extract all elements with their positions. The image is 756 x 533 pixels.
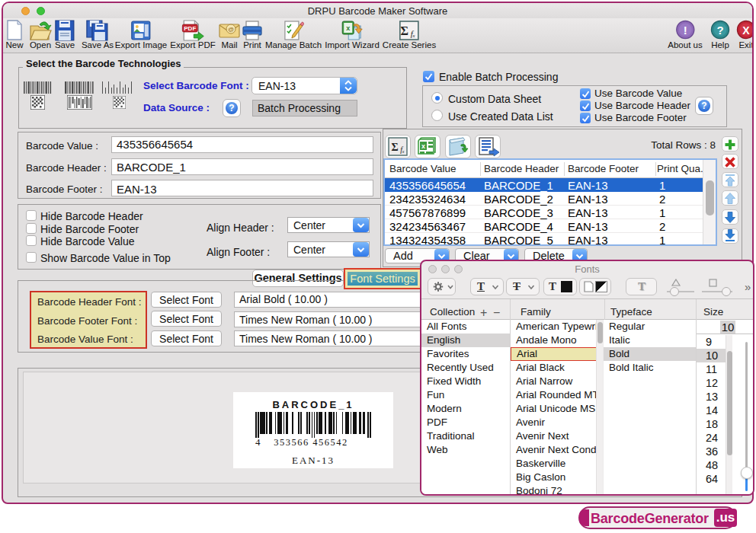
typeface-item-bold-italic[interactable]: Bold Italic (604, 361, 696, 375)
family-item-arial-narrow[interactable]: Arial Narrow (511, 375, 603, 388)
size-item-36[interactable]: 36 (697, 445, 726, 458)
manage-batch-button[interactable]: Manage Batch (265, 20, 322, 52)
batch-help-button[interactable]: ? (695, 97, 713, 115)
table-row[interactable]: 234235324634 BARCODE_2 EAN-13 2 (385, 192, 703, 206)
add-row-button[interactable] (722, 136, 738, 152)
save-as-button[interactable]: Save As (82, 20, 114, 52)
collection-item-favorites[interactable]: Favorites (421, 347, 510, 361)
family-item-avenir[interactable]: Avenir (511, 416, 603, 429)
family-item-bodoni-72[interactable]: Bodoni 72 (511, 484, 603, 496)
family-item-baskerville[interactable]: Baskerville (511, 457, 603, 471)
column-header[interactable]: Barcode Value (389, 163, 456, 174)
select-value-font-button[interactable]: Select Font (151, 330, 222, 346)
family-scrollbar-thumb[interactable] (597, 322, 603, 343)
table-scrollbar-thumb[interactable] (706, 180, 714, 215)
help-button[interactable]: ? Help (710, 20, 730, 52)
address-book-button[interactable] (445, 135, 471, 158)
size-item-14[interactable]: 14 (697, 404, 726, 417)
select-header-font-button[interactable]: Select Font (151, 292, 222, 308)
move-up-button[interactable] (722, 190, 738, 206)
size-item-11[interactable]: 11 (697, 362, 726, 376)
export-pdf-button[interactable]: PDF Export PDF (170, 20, 215, 52)
table-row[interactable]: 435356645654 BARCODE_1 EAN-13 1 (385, 178, 703, 192)
export-list-button[interactable] (475, 135, 501, 158)
barcode-footer-input[interactable]: EAN-13 (111, 180, 373, 196)
size-scrollbar[interactable] (726, 335, 732, 494)
barcode-type-linear-3-icon[interactable] (102, 81, 133, 97)
size-item-12[interactable]: 12 (697, 376, 726, 390)
family-item-arial-unicode-ms[interactable]: Arial Unicode MS (511, 402, 603, 416)
hide-barcode-value-checkbox[interactable] (26, 235, 37, 246)
move-top-button[interactable] (722, 172, 738, 187)
collection-item-recently-used[interactable]: Recently Used (421, 361, 510, 375)
barcode-type-qrcode-icon[interactable] (113, 96, 126, 112)
delete-row-button[interactable] (722, 154, 738, 169)
add-collection-button[interactable]: + (480, 306, 487, 320)
typeface-item-regular[interactable]: Regular (604, 320, 696, 334)
typeface-column-header[interactable]: Typeface (610, 306, 652, 318)
table-row[interactable]: 324234563467 BARCODE_4 EAN-13 2 (385, 219, 703, 233)
family-column-header[interactable]: Family (521, 306, 551, 318)
table-row[interactable]: 457567876899 BARCODE_3 EAN-13 1 (385, 206, 703, 219)
family-item-andale-mono[interactable]: Andale Mono (511, 334, 603, 347)
column-header[interactable]: Barcode Header (484, 163, 559, 174)
document-color-button[interactable] (579, 278, 611, 295)
remove-collection-button[interactable]: − (493, 306, 500, 320)
text-color-button[interactable]: T (543, 278, 577, 295)
create-series-grid-button[interactable]: Σfₓ (385, 135, 411, 158)
size-scrollbar-thumb[interactable] (727, 351, 732, 455)
mail-button[interactable]: @ Mail (219, 20, 240, 52)
import-excel-button[interactable]: x (415, 135, 440, 158)
collection-item-modern[interactable]: Modern (421, 402, 510, 416)
custom-data-sheet-radio[interactable] (431, 92, 443, 104)
barcode-type-linear-1-icon[interactable] (24, 81, 53, 97)
use-barcode-header-checkbox[interactable] (580, 101, 591, 111)
size-item-64[interactable]: 64 (697, 472, 726, 486)
align-footer-select[interactable]: Center (287, 241, 370, 257)
move-bottom-button[interactable] (722, 228, 738, 244)
collection-item-fun[interactable]: Fun (421, 388, 510, 402)
batch-data-table[interactable]: Barcode Value Barcode Header Barcode Foo… (383, 158, 717, 246)
collection-item-english[interactable]: English (421, 334, 510, 347)
use-created-data-list-radio[interactable] (431, 110, 443, 121)
about-us-button[interactable]: ! About us (668, 20, 702, 52)
barcode-type-pdf417-icon[interactable] (67, 95, 92, 113)
exit-button[interactable]: X Exit (736, 20, 754, 52)
use-barcode-footer-checkbox[interactable] (580, 113, 591, 123)
family-item-american-typewrite[interactable]: American Typewrite (511, 320, 603, 334)
text-shadow-button[interactable]: T (626, 278, 657, 295)
barcode-type-linear-2-icon[interactable] (65, 81, 94, 97)
barcode-value-input[interactable]: 435356645654 (111, 136, 373, 153)
table-row[interactable]: 134324354358 BARCODE_5 EAN-13 1 (385, 233, 703, 246)
new-button[interactable]: New (5, 20, 24, 52)
family-item-arial[interactable]: Arial (511, 347, 603, 361)
toolbar-overflow-button[interactable]: » (745, 280, 751, 293)
hide-barcode-footer-checkbox[interactable] (26, 223, 37, 234)
size-item-10[interactable]: 10 (697, 349, 726, 362)
underline-style-button[interactable]: T (470, 278, 504, 295)
select-footer-font-button[interactable]: Select Font (151, 311, 222, 327)
print-button[interactable]: Print (242, 20, 263, 52)
collection-item-web[interactable]: Web (421, 443, 510, 457)
import-wizard-button[interactable]: x Import Wizard (325, 20, 380, 52)
font-actions-gear-button[interactable] (428, 278, 456, 295)
shadow-opacity-slider[interactable] (665, 278, 696, 298)
show-barcode-value-top-checkbox[interactable] (26, 252, 37, 263)
collection-item-all-fonts[interactable]: All Fonts (421, 320, 510, 334)
family-item-avenir-next-conden[interactable]: Avenir Next Conden (511, 443, 603, 457)
size-input[interactable]: 10 (697, 320, 754, 334)
size-item-24[interactable]: 24 (697, 431, 726, 445)
family-item-arial-black[interactable]: Arial Black (511, 361, 603, 375)
family-item-avenir-next[interactable]: Avenir Next (511, 429, 603, 443)
typeface-item-italic[interactable]: Italic (604, 334, 696, 347)
data-source-help-button[interactable]: ? (223, 99, 241, 117)
save-button[interactable]: Save (55, 20, 75, 52)
size-column-header[interactable]: Size (703, 306, 723, 318)
strikethrough-style-button[interactable]: T (506, 278, 540, 295)
barcode-font-select[interactable]: EAN-13 (251, 77, 357, 94)
size-item-18[interactable]: 18 (697, 417, 726, 431)
tab-font-settings[interactable]: Font Settings (344, 268, 421, 289)
size-slider-thumb[interactable] (741, 467, 753, 479)
size-item-13[interactable]: 13 (697, 390, 726, 404)
family-item-big-caslon[interactable]: Big Caslon (511, 471, 603, 484)
